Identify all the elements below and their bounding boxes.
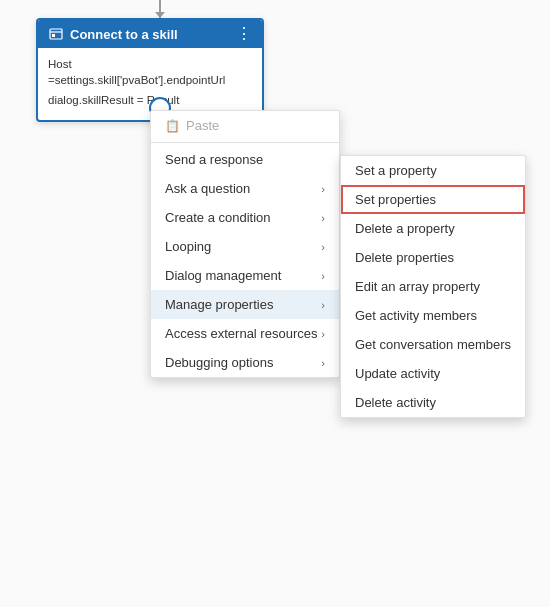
debugging-chevron: › (321, 357, 325, 369)
submenu-item-delete-properties[interactable]: Delete properties (341, 243, 525, 272)
menu-item-send-response[interactable]: Send a response (151, 145, 339, 174)
dialog-management-label: Dialog management (165, 268, 281, 283)
submenu-item-get-activity-members[interactable]: Get activity members (341, 301, 525, 330)
skill-icon (48, 26, 64, 42)
menu-item-debugging[interactable]: Debugging options › (151, 348, 339, 377)
node-menu-button[interactable]: ⋮ (236, 26, 252, 42)
submenu-item-set-property[interactable]: Set a property (341, 156, 525, 185)
menu-item-access-external[interactable]: Access external resources › (151, 319, 339, 348)
svg-rect-2 (52, 34, 55, 37)
submenu-item-get-conversation-members[interactable]: Get conversation members (341, 330, 525, 359)
access-external-label: Access external resources (165, 326, 317, 341)
submenu-item-delete-property[interactable]: Delete a property (341, 214, 525, 243)
send-response-label: Send a response (165, 152, 263, 167)
submenu-item-delete-activity[interactable]: Delete activity (341, 388, 525, 417)
submenu-item-set-properties[interactable]: Set properties (341, 185, 525, 214)
menu-item-ask-question[interactable]: Ask a question › (151, 174, 339, 203)
set-property-label: Set a property (355, 163, 437, 178)
looping-chevron: › (321, 241, 325, 253)
delete-properties-label: Delete properties (355, 250, 454, 265)
submenu-item-edit-array[interactable]: Edit an array property (341, 272, 525, 301)
node-title: Connect to a skill (70, 27, 178, 42)
delete-activity-label: Delete activity (355, 395, 436, 410)
edit-array-label: Edit an array property (355, 279, 480, 294)
canvas: Connect to a skill ⋮ Host =settings.skil… (0, 0, 550, 607)
manage-properties-chevron: › (321, 299, 325, 311)
debugging-label: Debugging options (165, 355, 273, 370)
menu-item-dialog-management[interactable]: Dialog management › (151, 261, 339, 290)
update-activity-label: Update activity (355, 366, 440, 381)
get-conversation-members-label: Get conversation members (355, 337, 511, 352)
dialog-management-chevron: › (321, 270, 325, 282)
looping-label: Looping (165, 239, 211, 254)
menu-item-create-condition[interactable]: Create a condition › (151, 203, 339, 232)
delete-property-label: Delete a property (355, 221, 455, 236)
menu-item-looping[interactable]: Looping › (151, 232, 339, 261)
submenu-item-update-activity[interactable]: Update activity (341, 359, 525, 388)
menu-separator-1 (151, 142, 339, 143)
paste-label: Paste (186, 118, 325, 133)
menu-item-paste[interactable]: 📋 Paste (151, 111, 339, 140)
paste-icon: 📋 (165, 119, 180, 133)
node-line1: Host =settings.skill['pvaBot'].endpointU… (48, 56, 252, 88)
create-condition-chevron: › (321, 212, 325, 224)
access-external-chevron: › (321, 328, 325, 340)
create-condition-label: Create a condition (165, 210, 271, 225)
submenu: Set a property Set properties Delete a p… (340, 155, 526, 418)
manage-properties-label: Manage properties (165, 297, 273, 312)
ask-question-label: Ask a question (165, 181, 250, 196)
node-header-left: Connect to a skill (48, 26, 178, 42)
context-menu: 📋 Paste Send a response Ask a question ›… (150, 110, 340, 378)
connector-arrow-top (159, 0, 161, 18)
node-header: Connect to a skill ⋮ (38, 20, 262, 48)
ask-question-chevron: › (321, 183, 325, 195)
get-activity-members-label: Get activity members (355, 308, 477, 323)
menu-item-manage-properties[interactable]: Manage properties › (151, 290, 339, 319)
svg-rect-0 (50, 29, 62, 39)
set-properties-label: Set properties (355, 192, 436, 207)
